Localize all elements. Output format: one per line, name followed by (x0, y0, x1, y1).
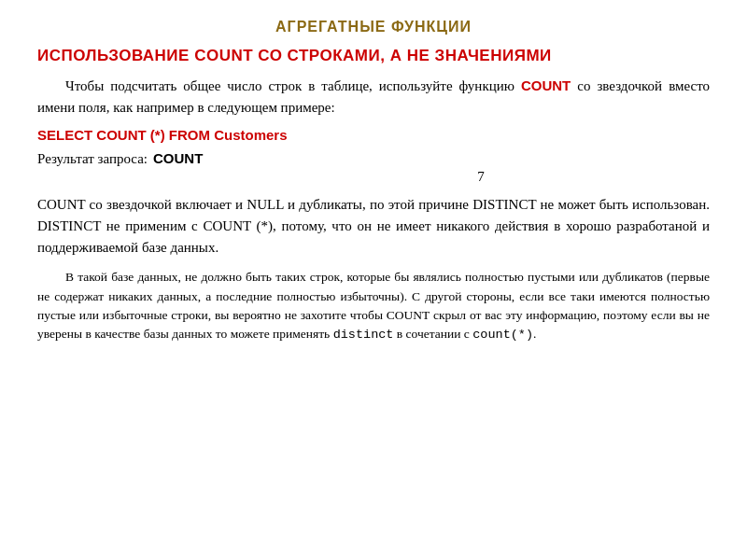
small-para-mid: в сочетании с (393, 327, 472, 341)
section-heading: ИСПОЛЬЗОВАНИЕ COUNT СО СТРОКАМИ, А НЕ ЗН… (37, 47, 710, 65)
inline-code-distinct: distinct (333, 328, 394, 342)
count-keyword-1: COUNT (521, 77, 571, 93)
code-line: SELECT COUNT (*) FROM Customers (37, 127, 710, 143)
para1-start: Чтобы подсчитать общее число строк в таб… (65, 78, 521, 93)
result-label: Результат запроса: (37, 151, 148, 167)
main-paragraph: COUNT со звездочкой включает и NULL и ду… (37, 194, 710, 259)
result-number: 7 (252, 169, 710, 185)
small-paragraph: В такой базе данных, не должно быть таки… (37, 268, 710, 344)
result-count: COUNT (153, 150, 203, 166)
page-container: АГРЕГАТНЫЕ ФУНКЦИИ ИСПОЛЬЗОВАНИЕ COUNT С… (37, 19, 710, 344)
page-title: АГРЕГАТНЫЕ ФУНКЦИИ (37, 19, 710, 35)
small-para-end: . (533, 327, 536, 341)
result-line: Результат запроса: COUNT (37, 150, 710, 167)
paragraph-1: Чтобы подсчитать общее число строк в таб… (37, 75, 710, 119)
inline-code-count: count(*) (472, 328, 533, 342)
